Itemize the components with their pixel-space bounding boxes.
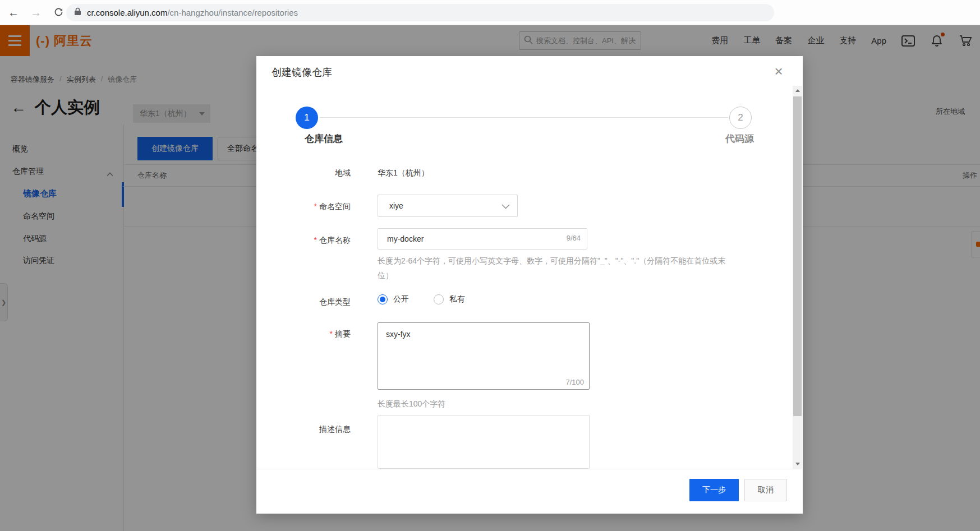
required-mark: * — [330, 329, 333, 338]
repo-name-hint: 长度为2-64个字符，可使用小写英文字母、数字，可使用分隔符"_"、"-"、".… — [378, 253, 732, 283]
url-domain: cr.console.aliyun.com — [87, 8, 167, 17]
step-2-indicator: 2 — [729, 107, 752, 129]
repo-name-input-wrap: 9/64 — [378, 228, 587, 250]
radio-private-label[interactable]: 私有 — [449, 294, 465, 304]
browser-toolbar: ← → cr.console.aliyun.com/cn-hangzhou/in… — [0, 0, 980, 25]
dialog-title: 创建镜像仓库 — [272, 66, 332, 79]
required-mark: * — [314, 202, 317, 211]
browser-forward-icon[interactable]: → — [28, 4, 44, 20]
summary-textarea-wrap: sxy-fyx 7/100 — [378, 322, 590, 392]
create-repository-dialog: 创建镜像仓库 × 1 2 仓库信息 代码源 地域 华东1（杭州） *命名空间 x… — [256, 56, 803, 514]
radio-public-label[interactable]: 公开 — [393, 294, 409, 304]
repo-name-counter: 9/64 — [567, 234, 581, 242]
summary-counter: 7/100 — [565, 378, 584, 386]
radio-private[interactable] — [434, 294, 444, 304]
browser-refresh-icon[interactable] — [50, 6, 66, 21]
screen: ← → cr.console.aliyun.com/cn-hangzhou/in… — [0, 0, 980, 531]
scrollbar-up-arrow[interactable] — [793, 86, 802, 95]
repo-type-radio-group: 公开 私有 — [378, 294, 465, 304]
region-field-label: 地域 — [266, 168, 351, 178]
chevron-down-icon — [501, 204, 510, 209]
step-1-label: 仓库信息 — [305, 132, 343, 145]
summary-hint: 长度最长100个字符 — [378, 396, 445, 411]
step-1-indicator: 1 — [296, 107, 318, 129]
lock-icon[interactable] — [74, 7, 81, 18]
dialog-footer-divider — [256, 469, 803, 469]
description-field-label: 描述信息 — [266, 424, 351, 435]
namespace-select-value: xiye — [389, 201, 403, 210]
description-textarea-wrap — [378, 415, 590, 471]
description-textarea[interactable] — [378, 415, 590, 469]
required-mark: * — [314, 236, 317, 244]
namespace-field-label: *命名空间 — [266, 202, 351, 212]
step-connector-line — [320, 117, 728, 118]
close-icon[interactable]: × — [770, 63, 787, 80]
scrollbar-down-arrow[interactable] — [793, 459, 802, 469]
scrollbar-thumb[interactable] — [793, 96, 802, 416]
address-bar[interactable]: cr.console.aliyun.com/cn-hangzhou/instan… — [66, 4, 774, 21]
url-path: /cn-hangzhou/instance/repositories — [167, 8, 298, 17]
radio-public[interactable] — [378, 294, 388, 304]
browser-back-icon[interactable]: ← — [6, 4, 21, 20]
repo-name-input[interactable] — [378, 228, 587, 250]
summary-field-label: *摘要 — [266, 329, 351, 339]
cancel-button[interactable]: 取消 — [744, 479, 787, 501]
dialog-scrollbar[interactable] — [793, 86, 802, 469]
next-step-button[interactable]: 下一步 — [689, 479, 739, 501]
namespace-select[interactable]: xiye — [378, 195, 518, 217]
repo-type-field-label: 仓库类型 — [266, 297, 351, 307]
region-field-value: 华东1（杭州） — [378, 168, 429, 178]
summary-textarea[interactable]: sxy-fyx — [378, 322, 590, 390]
step-2-label: 代码源 — [725, 132, 754, 145]
repo-name-field-label: *仓库名称 — [266, 236, 351, 246]
